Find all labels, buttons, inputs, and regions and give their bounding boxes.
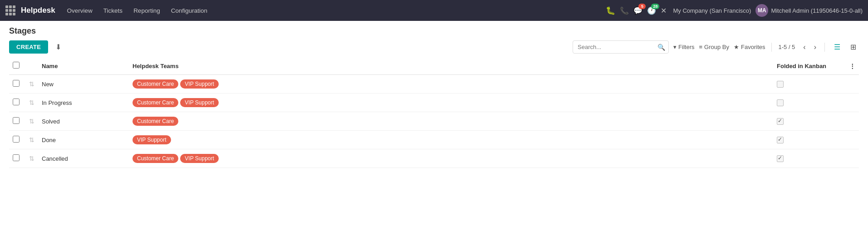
row-checkbox[interactable] [13,117,20,124]
company-name: My Company (San Francisco) [673,7,751,14]
groupby-icon: ≡ [699,44,703,50]
kanban-checkbox[interactable] [777,99,784,106]
row-checkbox-cell [9,131,25,149]
kanban-checkbox[interactable] [777,137,784,143]
grid-view-button[interactable]: ⊞ [848,42,859,52]
drag-handle-cell[interactable]: ⇅ [25,149,38,168]
export-button[interactable]: ⬇ [52,41,65,53]
groupby-button[interactable]: ≡ Group By [699,44,730,50]
kanban-checkbox[interactable] [777,81,784,88]
app-name: Helpdesk [21,6,55,15]
chat-badge: 5 [638,4,646,9]
select-all-checkbox[interactable] [13,62,20,69]
user-avatar: MA [755,4,768,17]
main-content: Stages CREATE ⬇ 🔍 ▾ Filters ≡ Group By ★… [0,21,868,173]
table-row: ⇅SolvedCustomer Care [9,112,859,131]
row-checkbox[interactable] [13,99,20,105]
header-name: Name [38,57,129,75]
drag-handle-icon[interactable]: ⇅ [29,136,34,143]
row-kanban-folded [773,131,846,149]
user-name: Mitchell Admin (11950646-15-0-all) [771,7,863,14]
phone-icon[interactable]: 📞 [620,6,629,15]
top-navbar: Helpdesk Overview Tickets Reporting Conf… [0,0,868,21]
row-actions [846,149,859,168]
team-tag[interactable]: VIP Support [180,98,219,107]
row-kanban-folded [773,149,846,168]
table-row: ⇅CancelledCustomer CareVIP Support [9,149,859,168]
team-tag[interactable]: Customer Care [132,98,178,107]
drag-handle-icon[interactable]: ⇅ [29,118,34,125]
search-button[interactable]: 🔍 [657,44,665,51]
filters-label: Filters [678,44,694,50]
row-name[interactable]: Cancelled [38,149,129,168]
star-icon: ★ [734,44,739,50]
row-name[interactable]: Done [38,131,129,149]
header-checkbox-col [9,57,25,75]
chat-icon[interactable]: 💬 5 [633,6,642,15]
row-name[interactable]: In Progress [38,94,129,112]
app-grid-icon[interactable] [5,5,15,15]
row-checkbox-cell [9,75,25,94]
next-page-button[interactable]: › [812,42,818,52]
toolbar-right: 🔍 ▾ Filters ≡ Group By ★ Favorites 1-5 /… [573,40,859,54]
bug-icon[interactable]: 🐛 [606,6,615,15]
search-wrapper: 🔍 [573,40,669,54]
row-checkbox[interactable] [13,154,20,161]
row-actions [846,131,859,149]
team-tag[interactable]: Customer Care [132,154,178,163]
topnav-right-section: 🐛 📞 💬 5 🕐 28 ✕ My Company (San Francisco… [606,4,863,17]
prev-page-button[interactable]: ‹ [801,42,807,52]
drag-handle-cell[interactable]: ⇅ [25,112,38,131]
clock-icon[interactable]: 🕐 28 [647,6,656,15]
row-name[interactable]: New [38,75,129,94]
team-tag[interactable]: Customer Care [132,117,178,126]
nav-reporting[interactable]: Reporting [129,5,165,17]
header-more[interactable]: ⋮ [846,57,859,75]
nav-tickets[interactable]: Tickets [99,5,127,17]
team-tag[interactable]: Customer Care [132,79,178,89]
row-actions [846,112,859,131]
settings-icon[interactable]: ✕ [661,6,667,15]
row-actions [846,94,859,112]
row-checkbox-cell [9,112,25,131]
table-body: ⇅NewCustomer CareVIP Support⇅In Progress… [9,75,859,168]
page-title: Stages [9,26,859,36]
drag-handle-cell[interactable]: ⇅ [25,131,38,149]
row-name[interactable]: Solved [38,112,129,131]
create-button[interactable]: CREATE [9,40,48,54]
row-kanban-folded [773,112,846,131]
table-header: Name Helpdesk Teams Folded in Kanban ⋮ [9,57,859,75]
team-tag[interactable]: VIP Support [180,79,219,89]
row-checkbox-cell [9,149,25,168]
drag-handle-icon[interactable]: ⇅ [29,80,34,88]
header-drag-col [25,57,38,75]
table-row: ⇅DoneVIP Support [9,131,859,149]
user-menu[interactable]: MA Mitchell Admin (11950646-15-0-all) [755,4,863,17]
search-input[interactable] [573,40,669,54]
kanban-checkbox[interactable] [777,118,784,125]
app-logo: Helpdesk [21,6,55,15]
drag-handle-icon[interactable]: ⇅ [29,99,34,106]
row-checkbox[interactable] [13,80,20,87]
pagination-info: 1-5 / 5 [778,44,795,50]
drag-handle-cell[interactable]: ⇅ [25,75,38,94]
drag-handle-cell[interactable]: ⇅ [25,94,38,112]
team-tag[interactable]: VIP Support [132,135,171,144]
favorites-label: Favorites [741,44,765,50]
filters-button[interactable]: ▾ Filters [673,44,694,50]
stages-table: Name Helpdesk Teams Folded in Kanban ⋮ ⇅… [9,57,859,168]
list-view-button[interactable]: ☰ [831,42,843,52]
row-actions [846,75,859,94]
row-teams: Customer CareVIP Support [129,94,773,112]
kanban-checkbox[interactable] [777,155,784,162]
divider [771,43,772,52]
row-teams: VIP Support [129,131,773,149]
drag-handle-icon[interactable]: ⇅ [29,155,34,162]
favorites-button[interactable]: ★ Favorites [734,44,765,50]
team-tag[interactable]: VIP Support [180,154,219,163]
nav-overview[interactable]: Overview [63,5,97,17]
toolbar-row: CREATE ⬇ 🔍 ▾ Filters ≡ Group By ★ Favori… [9,40,859,54]
row-checkbox[interactable] [13,136,20,143]
nav-configuration[interactable]: Configuration [167,5,212,17]
row-teams: Customer Care [129,112,773,131]
